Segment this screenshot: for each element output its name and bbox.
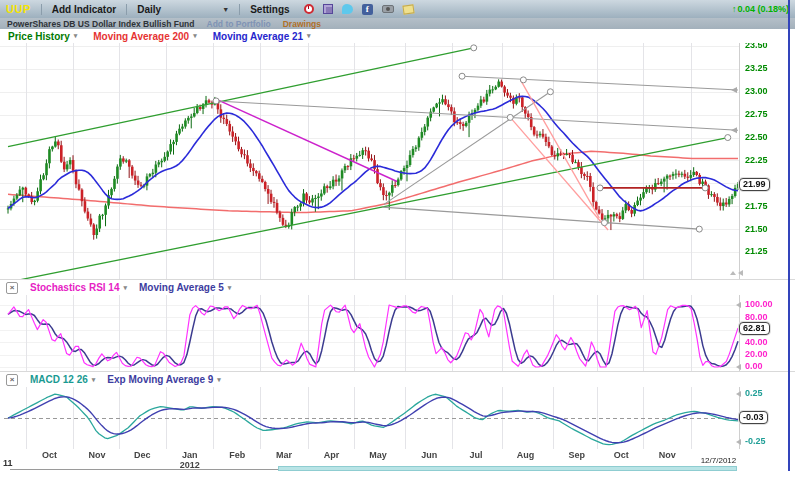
close-stoch-panel-button[interactable]: × (6, 282, 18, 294)
ma200-label: Moving Average 200 (93, 31, 189, 42)
macd-indicator-dropdown[interactable]: MACD 12 26 ▾ (30, 374, 95, 385)
window-right-border (788, 0, 790, 471)
alarm-clock-icon[interactable] (304, 4, 314, 14)
price-legend-row: Price History ▾ Moving Average 200 ▾ Mov… (0, 29, 795, 43)
ma21-label: Moving Average 21 (213, 31, 303, 42)
chevron-down-icon: ▾ (228, 284, 232, 292)
stoch-chart-canvas[interactable] (0, 295, 795, 371)
chevron-down-icon: ▾ (123, 284, 127, 292)
drawings-menu[interactable]: Drawings (283, 19, 321, 29)
market-cube-icon[interactable] (323, 4, 333, 14)
macd-chart-canvas[interactable] (0, 387, 795, 449)
toolbar-separator (41, 4, 42, 15)
chevron-down-icon: ▼ (222, 6, 229, 13)
time-axis-scrollbar[interactable] (0, 449, 795, 477)
charting-app-window: UUP Add Indicator Daily ▼ Settings f ↑ 0… (0, 0, 795, 477)
price-history-label: Price History (8, 31, 70, 42)
stoch-indicator-dropdown[interactable]: Stochastics RSI 14 ▾ (30, 282, 127, 293)
stoch-value-badge: 62.81 (739, 322, 770, 335)
stoch-indicator-label: Stochastics RSI 14 (30, 282, 119, 293)
add-to-portfolio-link[interactable]: Add to Portfolio (207, 19, 271, 29)
macd-panel-header: × MACD 12 26 ▾ Exp Moving Average 9 ▾ (0, 371, 795, 387)
chevron-down-icon: ▾ (307, 32, 311, 40)
macd-value-badge: -0.03 (739, 411, 768, 424)
stoch-panel-header: × Stochastics RSI 14 ▾ Moving Average 5 … (0, 279, 795, 295)
macd-ema-label: Exp Moving Average 9 (107, 374, 213, 385)
chevron-down-icon: ▾ (92, 376, 96, 384)
price-chart-canvas[interactable] (0, 43, 795, 279)
camera-icon[interactable] (382, 5, 394, 13)
twitter-icon[interactable] (342, 4, 353, 14)
macd-ema-dropdown[interactable]: Exp Moving Average 9 ▾ (107, 374, 220, 385)
settings-button[interactable]: Settings (250, 4, 289, 15)
symbol-label: UUP (6, 3, 31, 15)
price-change-indicator: ↑ 0.04 (0.18%) (732, 4, 789, 14)
toolbar-icons: f (304, 4, 414, 15)
chevron-down-icon: ▾ (193, 32, 197, 40)
toolbar: UUP Add Indicator Daily ▼ Settings f ↑ 0… (0, 0, 795, 18)
close-macd-panel-button[interactable]: × (6, 374, 18, 386)
interval-value: Daily (137, 4, 161, 15)
fund-name: PowerShares DB US Dollar Index Bullish F… (7, 19, 195, 29)
macd-indicator-label: MACD 12 26 (30, 374, 88, 385)
stoch-ma-label: Moving Average 5 (139, 282, 224, 293)
subbar: PowerShares DB US Dollar Index Bullish F… (0, 18, 795, 29)
stoch-ma-dropdown[interactable]: Moving Average 5 ▾ (139, 282, 231, 293)
facebook-icon[interactable]: f (362, 4, 373, 15)
toolbar-separator (126, 4, 127, 15)
change-value: 0.04 (0.18%) (737, 4, 789, 14)
price-history-dropdown[interactable]: Price History ▾ (8, 31, 77, 42)
ma200-dropdown[interactable]: Moving Average 200 ▾ (93, 31, 196, 42)
toolbar-separator (239, 4, 240, 15)
add-indicator-button[interactable]: Add Indicator (52, 4, 116, 15)
last-price-badge: 21.99 (739, 178, 770, 191)
ma21-dropdown[interactable]: Moving Average 21 ▾ (213, 31, 311, 42)
up-arrow-icon: ↑ (732, 4, 737, 14)
chevron-down-icon: ▾ (74, 32, 78, 40)
interval-dropdown[interactable]: Daily ▼ (137, 4, 229, 15)
chevron-down-icon: ▾ (217, 376, 221, 384)
note-icon[interactable] (402, 4, 414, 14)
